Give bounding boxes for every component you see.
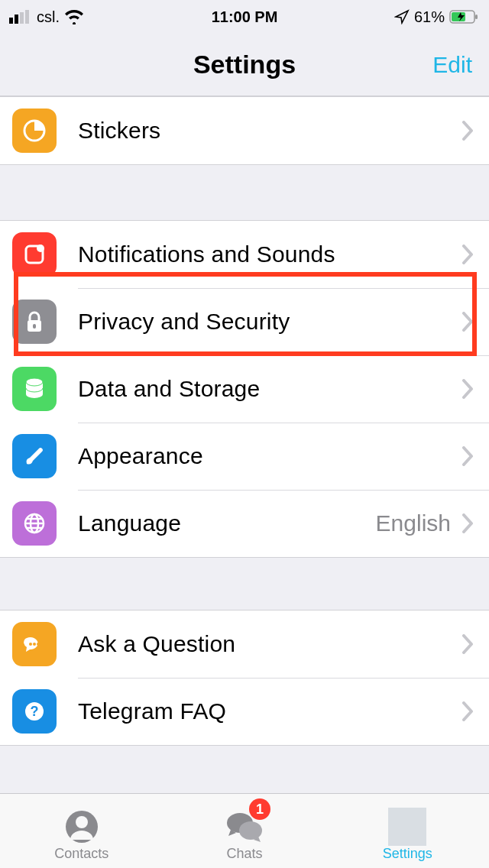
row-value: English — [376, 510, 451, 536]
row-label: Stickers — [78, 118, 160, 144]
chevron-right-icon — [461, 312, 474, 332]
help-icon: ? — [12, 689, 57, 734]
svg-point-9 — [37, 245, 44, 252]
tab-label: Contacts — [54, 846, 108, 862]
globe-icon — [12, 501, 57, 546]
svg-point-25 — [76, 816, 88, 828]
chevron-right-icon — [461, 701, 474, 721]
settings-group-stickers: Stickers — [0, 96, 489, 165]
row-label: Ask a Question — [78, 631, 235, 657]
chevron-right-icon — [461, 446, 474, 466]
settings-icon — [388, 808, 426, 846]
row-language[interactable]: Language English — [0, 490, 489, 557]
wifi-icon — [64, 9, 84, 24]
settings-group-help: Ask a Question ? Telegram FAQ — [0, 610, 489, 746]
svg-point-19 — [29, 643, 32, 646]
chats-badge: 1 — [249, 798, 270, 820]
svg-rect-2 — [20, 12, 24, 24]
svg-point-27 — [239, 821, 262, 840]
svg-rect-0 — [9, 18, 13, 24]
row-stickers[interactable]: Stickers — [0, 97, 489, 164]
stickers-icon — [12, 108, 57, 153]
svg-rect-11 — [33, 324, 36, 329]
row-label: Language — [78, 510, 181, 536]
row-label: Appearance — [78, 443, 203, 469]
brush-icon — [12, 434, 57, 478]
svg-point-20 — [33, 643, 36, 646]
svg-point-21 — [37, 643, 40, 646]
database-icon — [12, 367, 57, 411]
row-label: Notifications and Sounds — [78, 241, 335, 267]
row-appearance[interactable]: Appearance — [0, 423, 489, 490]
svg-rect-1 — [15, 15, 18, 24]
svg-text:?: ? — [31, 704, 39, 719]
edit-button[interactable]: Edit — [432, 52, 472, 78]
tab-contacts[interactable]: Contacts — [0, 794, 163, 868]
row-data-storage[interactable]: Data and Storage — [0, 355, 489, 423]
svg-rect-6 — [475, 15, 478, 19]
row-label: Telegram FAQ — [78, 698, 226, 724]
tab-bar: Contacts 1 Chats Settings — [0, 793, 489, 868]
battery-percent: 61% — [414, 8, 445, 26]
contacts-icon — [64, 809, 99, 844]
row-notifications[interactable]: Notifications and Sounds — [0, 221, 489, 288]
settings-group-main: Notifications and Sounds Privacy and Sec… — [0, 220, 489, 558]
carrier-label: csl. — [37, 8, 60, 26]
row-label: Data and Storage — [78, 376, 260, 402]
chat-icon — [12, 622, 57, 666]
lock-icon — [12, 300, 57, 344]
tab-settings[interactable]: Settings — [326, 794, 489, 868]
signal-icon — [9, 10, 32, 24]
chevron-right-icon — [461, 634, 474, 654]
tab-chats[interactable]: 1 Chats — [163, 794, 325, 868]
svg-rect-3 — [25, 10, 29, 24]
row-privacy[interactable]: Privacy and Security — [0, 288, 489, 355]
page-title: Settings — [193, 50, 296, 79]
row-ask-question[interactable]: Ask a Question — [0, 611, 489, 678]
tab-label: Chats — [226, 846, 262, 862]
battery-icon — [449, 9, 480, 24]
chevron-right-icon — [461, 379, 474, 399]
chevron-right-icon — [461, 245, 474, 264]
row-faq[interactable]: ? Telegram FAQ — [0, 678, 489, 745]
chevron-right-icon — [461, 513, 474, 533]
row-label: Privacy and Security — [78, 309, 290, 335]
settings-header: Settings Edit — [0, 34, 489, 96]
notifications-icon — [12, 232, 57, 277]
location-icon — [394, 9, 410, 24]
chevron-right-icon — [461, 121, 474, 141]
tab-label: Settings — [383, 846, 432, 862]
status-bar: csl. 11:00 PM 61% — [0, 0, 489, 34]
